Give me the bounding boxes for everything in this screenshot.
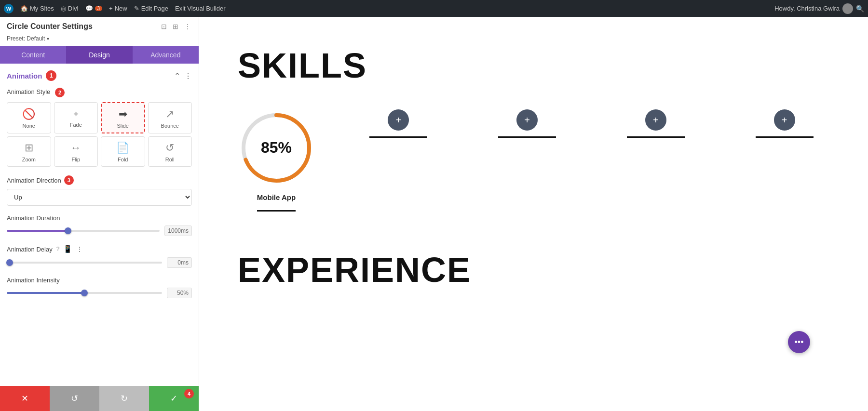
placeholder-counter-4: + — [739, 109, 829, 138]
more-options-icon[interactable]: ⋮ — [183, 22, 192, 31]
flip-icon: ↔ — [70, 142, 81, 154]
animation-intensity-group: Animation Intensity 50% — [7, 277, 192, 298]
wp-home-link[interactable]: W — [4, 4, 14, 13]
circle-underline — [257, 210, 296, 212]
sidebar-tabs: Content Design Advanced — [0, 46, 199, 64]
anim-option-none[interactable]: 🚫 None — [7, 102, 51, 133]
anim-label-flip: Flip — [71, 157, 80, 162]
slide-icon: ➡ — [119, 108, 127, 120]
animation-delay-track — [7, 262, 162, 264]
anim-label-none: None — [23, 123, 35, 129]
new-button[interactable]: + New — [109, 5, 127, 12]
comment-icon: 💬 — [85, 5, 93, 12]
preset-chevron-icon: ▾ — [47, 36, 49, 41]
animation-style-label: Animation Style 2 — [7, 88, 192, 97]
animation-style-group: Animation Style 2 🚫 None ✦ Fade ➡ Slide — [7, 88, 192, 167]
cancel-icon: ✕ — [21, 393, 28, 404]
anim-option-slide[interactable]: ➡ Slide — [101, 102, 145, 133]
anim-label-slide: Slide — [117, 123, 129, 129]
sidebar-content: Animation 1 ⌃ ⋮ Animation Style 2 🚫 No — [0, 64, 199, 386]
wordpress-icon: W — [4, 4, 14, 13]
edit-page-label: Edit Page — [141, 5, 168, 12]
anim-option-roll[interactable]: ↺ Roll — [148, 136, 192, 167]
anim-option-fold[interactable]: 📄 Fold — [101, 136, 145, 167]
tab-advanced[interactable]: Advanced — [133, 46, 199, 64]
help-icon[interactable]: ? — [56, 246, 60, 252]
redo-icon: ↻ — [121, 393, 128, 404]
preset-row: Preset: Default ▾ — [7, 35, 192, 46]
anim-option-flip[interactable]: ↔ Flip — [54, 136, 98, 167]
animation-delay-thumb[interactable] — [6, 259, 13, 266]
bounce-icon: ↗ — [165, 108, 174, 120]
skills-row: 85% Mobile App + + + + — [238, 109, 829, 212]
edit-page-button[interactable]: ✎ Edit Page — [134, 5, 168, 12]
animation-intensity-label: Animation Intensity — [7, 277, 60, 284]
top-bar: W 🏠 My Sites ◎ Divi 💬 3 + New ✎ Edit Pag… — [0, 0, 868, 17]
redo-button[interactable]: ↻ — [99, 386, 149, 411]
settings-sidebar: Circle Counter Settings ⊡ ⊞ ⋮ Preset: De… — [0, 17, 199, 411]
undo-button[interactable]: ↺ — [50, 386, 99, 411]
pencil-icon: ✎ — [134, 5, 139, 12]
animation-duration-label-row: Animation Duration — [7, 214, 192, 222]
animation-direction-badge: 3 — [64, 175, 74, 185]
animation-style-grid: 🚫 None ✦ Fade ➡ Slide ↗ Bounce — [7, 102, 192, 167]
anim-label-fold: Fold — [118, 157, 128, 162]
my-sites-link[interactable]: 🏠 My Sites — [20, 5, 54, 12]
divi-label: Divi — [68, 5, 79, 12]
popout-icon[interactable]: ⊡ — [160, 22, 168, 31]
sidebar-title-row: Circle Counter Settings ⊡ ⊞ ⋮ — [7, 22, 192, 35]
animation-direction-group: Animation Direction 3 Up Down Left Right — [7, 175, 192, 206]
delay-more-icon[interactable]: ⋮ — [76, 245, 83, 253]
divi-link[interactable]: ◎ Divi — [61, 5, 79, 12]
zoom-icon: ⊞ — [25, 142, 33, 154]
sidebar-title-icons: ⊡ ⊞ ⋮ — [160, 22, 192, 31]
exit-builder-label: Exit Visual Builder — [175, 5, 226, 12]
placeholder-line-1 — [369, 136, 427, 138]
animation-delay-value: 0ms — [167, 257, 192, 268]
add-counter-1-button[interactable]: + — [388, 109, 409, 131]
sidebar-bottom-bar: ✕ ↺ ↻ ✓ 4 — [0, 386, 199, 411]
placeholder-counter-2: + — [482, 109, 572, 138]
section-controls: ⌃ ⋮ — [174, 71, 192, 80]
animation-intensity-slider-row: 50% — [7, 288, 192, 298]
anim-option-zoom[interactable]: ⊞ Zoom — [7, 136, 51, 167]
comments-link[interactable]: 💬 3 — [85, 5, 103, 12]
cancel-button[interactable]: ✕ — [0, 386, 50, 411]
new-label: New — [115, 5, 127, 12]
animation-section-header: Animation 1 ⌃ ⋮ — [7, 70, 192, 81]
circle-counter-label: Mobile App — [257, 193, 296, 201]
animation-duration-track — [7, 230, 160, 232]
add-counter-3-button[interactable]: + — [645, 109, 666, 131]
floating-options-button[interactable]: ••• — [788, 331, 810, 353]
anim-label-bounce: Bounce — [161, 123, 179, 129]
animation-intensity-thumb[interactable] — [81, 290, 88, 296]
main-layout: Circle Counter Settings ⊡ ⊞ ⋮ Preset: De… — [0, 17, 868, 411]
avatar — [842, 3, 853, 14]
anim-option-fade[interactable]: ✦ Fade — [54, 102, 98, 133]
exit-builder-button[interactable]: Exit Visual Builder — [175, 5, 226, 12]
anim-option-bounce[interactable]: ↗ Bounce — [148, 102, 192, 133]
animation-duration-label: Animation Duration — [7, 214, 60, 222]
fade-icon: ✦ — [72, 109, 80, 119]
placeholder-counter-1: + — [353, 109, 444, 138]
experience-title: EXPERIENCE — [238, 250, 829, 290]
animation-direction-select[interactable]: Up Down Left Right — [7, 189, 192, 206]
save-button[interactable]: ✓ 4 — [149, 386, 199, 411]
save-checkmark-icon: ✓ — [170, 393, 177, 404]
animation-intensity-track — [7, 292, 162, 294]
section-more-button[interactable]: ⋮ — [184, 71, 192, 80]
search-icon[interactable]: 🔍 — [856, 5, 864, 13]
collapse-section-button[interactable]: ⌃ — [174, 71, 180, 80]
device-icon[interactable]: 📱 — [63, 245, 72, 253]
add-counter-4-button[interactable]: + — [774, 109, 795, 131]
anim-label-fade: Fade — [70, 122, 82, 128]
sidebar-header: Circle Counter Settings ⊡ ⊞ ⋮ Preset: De… — [0, 17, 199, 46]
sidebar-title: Circle Counter Settings — [7, 22, 93, 31]
split-icon[interactable]: ⊞ — [172, 22, 179, 31]
tab-content[interactable]: Content — [0, 46, 66, 64]
animation-duration-thumb[interactable] — [65, 227, 71, 234]
preset-label: Preset: Default — [7, 35, 45, 42]
add-counter-2-button[interactable]: + — [516, 109, 538, 131]
tab-design[interactable]: Design — [66, 46, 132, 64]
animation-delay-slider-row: 0ms — [7, 257, 192, 268]
